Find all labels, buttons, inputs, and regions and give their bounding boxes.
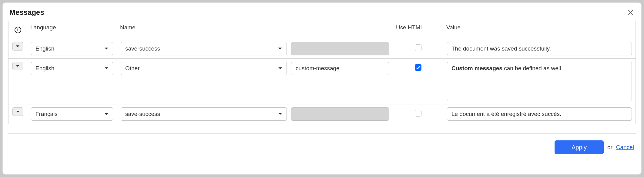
custom-name-input-disabled (291, 107, 389, 121)
value-html-input[interactable]: Custom messages can be defined as well. (447, 62, 632, 101)
check-icon (416, 66, 420, 69)
name-preset-value: save-success (125, 45, 160, 52)
name-preset-value: Other (125, 65, 140, 72)
col-header-name: Name (117, 21, 393, 39)
name-preset-select[interactable]: Other (121, 62, 287, 75)
table-row: English save-success The docum (8, 39, 636, 59)
col-header-use-html: Use HTML (393, 21, 443, 39)
chevron-down-icon (278, 113, 282, 116)
language-select[interactable]: English (31, 42, 113, 55)
chevron-down-icon (16, 65, 20, 67)
chevron-down-icon (104, 113, 109, 116)
use-html-checkbox[interactable] (415, 110, 421, 116)
language-select-value: English (35, 65, 54, 72)
value-input[interactable]: The document was saved successfully. (447, 42, 632, 55)
close-button[interactable] (627, 8, 635, 16)
value-text: The document was saved successfully. (451, 45, 551, 52)
language-select-value: English (35, 45, 54, 52)
chevron-down-icon (104, 47, 109, 50)
language-select[interactable]: Français (31, 107, 113, 121)
apply-button[interactable]: Apply (555, 140, 604, 154)
messages-table: Language Name Use HTML Value English (8, 21, 636, 124)
add-row-button[interactable] (12, 24, 24, 36)
row-toggle-button[interactable] (12, 42, 23, 51)
chevron-down-icon (278, 67, 282, 70)
close-icon (627, 9, 634, 16)
footer-separator (8, 133, 636, 134)
name-preset-value: save-success (125, 111, 160, 117)
custom-name-value: custom-message (296, 65, 340, 72)
table-header-row: Language Name Use HTML Value (8, 21, 636, 39)
add-row-header (8, 21, 27, 39)
chevron-down-icon (278, 47, 282, 50)
or-text: or (607, 144, 612, 151)
messages-dialog: Messages Language Name Use HTML Value (2, 2, 642, 175)
chevron-down-icon (104, 67, 109, 70)
dialog-header: Messages (8, 6, 636, 21)
plus-circle-icon (15, 27, 21, 33)
value-text: Le document a été enregistré avec succès… (451, 111, 561, 117)
chevron-down-icon (16, 45, 20, 48)
dialog-title: Messages (9, 8, 44, 17)
value-input[interactable]: Le document a été enregistré avec succès… (447, 107, 632, 121)
dialog-footer: Apply or Cancel (8, 140, 636, 154)
use-html-checkbox[interactable] (415, 44, 421, 51)
col-header-value: Value (443, 21, 636, 39)
table-row: English Other custom-message (8, 59, 636, 104)
row-toggle-button[interactable] (12, 107, 23, 116)
language-select-value: Français (35, 111, 58, 117)
use-html-checkbox[interactable] (415, 64, 421, 71)
cancel-link[interactable]: Cancel (616, 144, 634, 151)
name-preset-select[interactable]: save-success (121, 42, 287, 55)
col-header-language: Language (27, 21, 117, 39)
name-preset-select[interactable]: save-success (121, 107, 287, 121)
custom-name-input[interactable]: custom-message (291, 62, 389, 75)
row-toggle-button[interactable] (12, 62, 23, 70)
chevron-down-icon (16, 110, 20, 113)
language-select[interactable]: English (31, 62, 113, 75)
table-row: Français save-success Le docum (8, 104, 636, 124)
custom-name-input-disabled (291, 42, 389, 55)
